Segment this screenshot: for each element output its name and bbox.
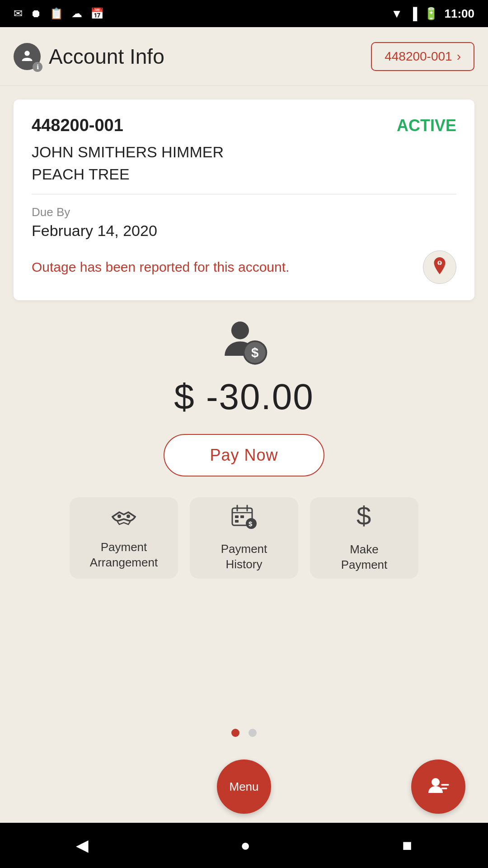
svg-text:$: $ [357, 503, 371, 530]
home-button[interactable]: ● [240, 836, 250, 855]
card-header: 448200-001 ACTIVE [32, 116, 456, 135]
svg-rect-14 [240, 515, 244, 518]
bottom-bar: Menu [0, 750, 488, 823]
status-badge: ACTIVE [397, 116, 456, 135]
outage-message: Outage has been reported for this accoun… [32, 259, 423, 275]
chevron-right-icon: › [457, 49, 461, 64]
svg-point-19 [432, 778, 440, 786]
svg-rect-15 [235, 520, 239, 523]
svg-point-2 [439, 264, 440, 265]
pagination-dot-2[interactable] [249, 729, 257, 737]
svg-point-8 [127, 514, 130, 518]
menu-button[interactable]: Menu [217, 760, 271, 814]
outage-location-button[interactable] [423, 250, 456, 284]
payment-arrangement-button[interactable]: PaymentArrangement [70, 497, 178, 579]
action-buttons: PaymentArrangement $ PaymentHistory [14, 497, 474, 579]
user-avatar [14, 43, 41, 70]
account-number: 448200-001 [32, 116, 123, 135]
battery-icon: 🔋 [424, 7, 438, 21]
svg-point-3 [231, 321, 249, 339]
outage-row: Outage has been reported for this accoun… [32, 250, 456, 284]
calendar-dollar-icon: $ [230, 504, 258, 535]
make-payment-label: MakePayment [341, 542, 388, 573]
account-address: PEACH TREE [32, 165, 456, 194]
account-selector-label: 448200-001 [385, 49, 452, 64]
svg-point-0 [24, 51, 29, 56]
dollar-sign-icon: $ [353, 503, 375, 536]
main-content: 448200-001 ACTIVE JOHN SMITHERS HIMMER P… [0, 86, 488, 750]
make-payment-button[interactable]: $ MakePayment [310, 497, 418, 579]
account-name: JOHN SMITHERS HIMMER [32, 143, 456, 161]
svg-text:$: $ [251, 345, 258, 360]
app-header: Account Info 448200-001 › [0, 27, 488, 86]
gmail-icon: ✉ [14, 7, 23, 20]
balance-amount: $ -30.00 [174, 376, 314, 418]
svg-rect-13 [235, 515, 239, 518]
svg-text:$: $ [249, 520, 253, 528]
pagination [231, 729, 257, 737]
handshake-icon [110, 505, 137, 533]
cloud-icon: ☁ [71, 7, 82, 20]
payment-arrangement-label: PaymentArrangement [90, 540, 158, 571]
pay-now-button[interactable]: Pay Now [164, 434, 324, 476]
status-icons-right: ▼ ▐ 🔋 11:00 [391, 7, 474, 21]
back-button[interactable]: ◀ [76, 836, 89, 855]
due-by-label: Due By [32, 205, 456, 219]
svg-point-7 [117, 514, 121, 518]
header-left: Account Info [14, 43, 164, 70]
balance-section: $ $ -30.00 Pay Now [14, 318, 474, 476]
pagination-dot-1[interactable] [231, 729, 239, 737]
android-nav-bar: ◀ ● ■ [0, 823, 488, 868]
wifi-icon: ▼ [391, 7, 403, 21]
recents-button[interactable]: ■ [402, 836, 412, 855]
calendar-icon: 📅 [90, 7, 104, 20]
status-icons-left: ✉ ⏺ 📋 ☁ 📅 [14, 7, 104, 20]
due-date: February 14, 2020 [32, 222, 456, 240]
time-display: 11:00 [445, 7, 475, 21]
signal-icon: ▐ [409, 7, 417, 21]
payment-history-button[interactable]: $ PaymentHistory [190, 497, 298, 579]
sim-icon: 📋 [50, 7, 63, 20]
account-card: 448200-001 ACTIVE JOHN SMITHERS HIMMER P… [14, 99, 474, 300]
payment-history-label: PaymentHistory [221, 542, 267, 572]
page-title: Account Info [49, 44, 164, 69]
status-bar: ✉ ⏺ 📋 ☁ 📅 ▼ ▐ 🔋 11:00 [0, 0, 488, 27]
record-icon: ⏺ [31, 7, 42, 20]
contact-fab-button[interactable] [411, 760, 465, 814]
balance-icon: $ [219, 318, 269, 368]
account-selector-button[interactable]: 448200-001 › [371, 42, 474, 71]
